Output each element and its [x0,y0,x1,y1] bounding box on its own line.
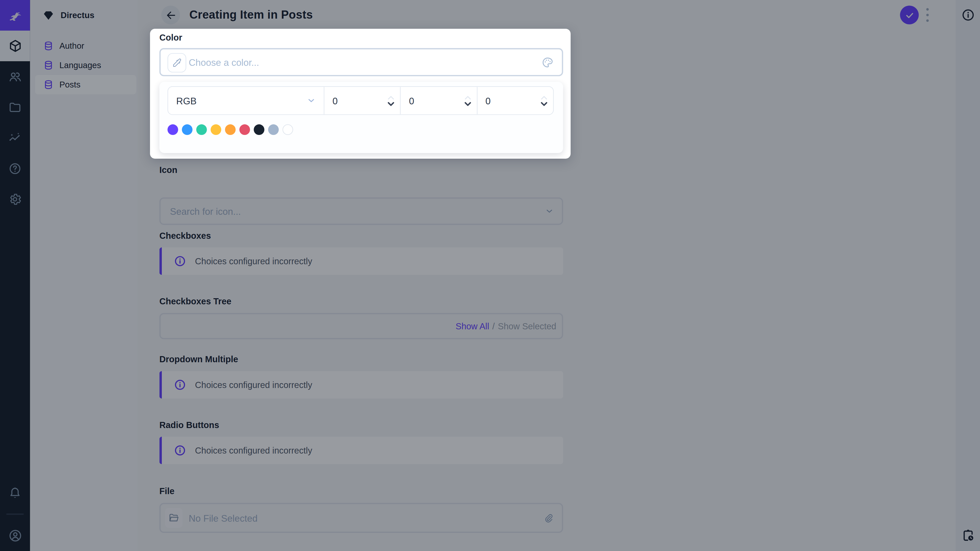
color-picker-menu: RGB 0 0 [159,82,563,153]
step-down-icon[interactable] [464,102,471,106]
color-field-label: Color [159,32,182,42]
green-stepper[interactable] [464,95,471,106]
swatch-white[interactable] [283,124,293,135]
swatch-purple[interactable] [167,124,178,135]
rgb-blue-input[interactable]: 0 [477,87,553,114]
eyedropper-button[interactable] [167,53,186,73]
green-value: 0 [409,95,414,106]
rgb-red-input[interactable]: 0 [325,87,401,114]
step-up-icon[interactable] [464,95,471,100]
directus-app: Directus Author Languages Posts [0,0,980,551]
swatch-blue[interactable] [182,124,192,135]
swatch-orange[interactable] [225,124,236,135]
rgb-input-group: RGB 0 0 [167,86,554,115]
rgb-green-input[interactable]: 0 [401,87,477,114]
chevron-down-icon [306,96,316,106]
color-field-popup: Color Choose a color... RGB 0 [150,29,571,159]
step-down-icon[interactable] [388,102,395,106]
swatch-gray[interactable] [268,124,279,135]
swatch-red[interactable] [239,124,250,135]
step-up-icon[interactable] [388,95,395,100]
swatch-yellow[interactable] [210,124,221,135]
step-down-icon[interactable] [541,102,547,106]
palette-icon[interactable] [541,56,554,68]
color-mode-select[interactable]: RGB [168,87,325,114]
color-input-placeholder: Choose a color... [189,57,259,68]
step-up-icon[interactable] [541,95,547,100]
blue-stepper[interactable] [541,95,547,106]
color-mode-value: RGB [177,95,197,106]
swatch-green[interactable] [196,124,207,135]
red-value: 0 [332,95,338,106]
red-stepper[interactable] [388,95,395,106]
blue-value: 0 [485,95,490,106]
swatch-black[interactable] [254,124,264,135]
color-input[interactable]: Choose a color... [159,48,563,76]
color-presets [167,124,293,135]
